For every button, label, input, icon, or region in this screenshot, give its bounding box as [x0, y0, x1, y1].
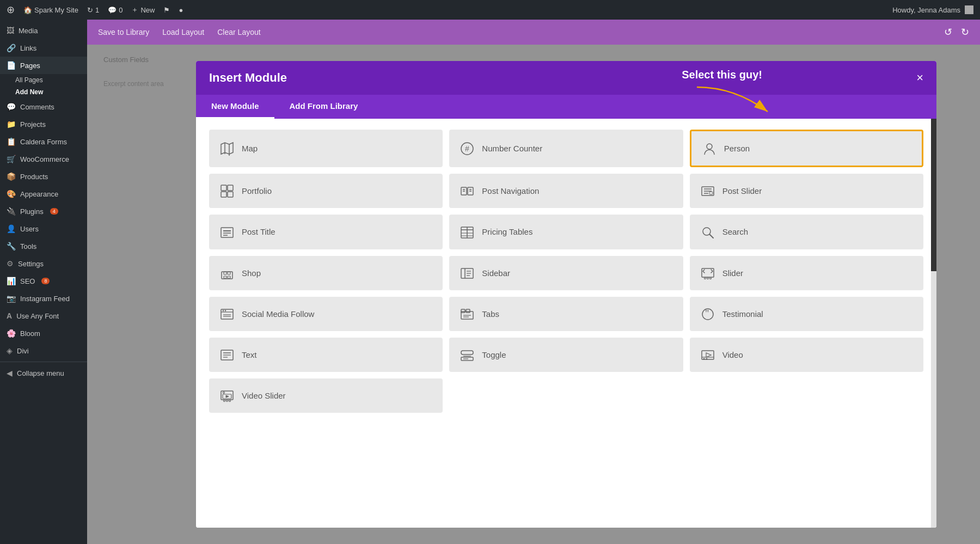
sidebar-item-users[interactable]: 👤 Users: [0, 220, 87, 237]
site-name-link[interactable]: 🏠 Spark My Site: [23, 6, 78, 14]
sidebar-item-caldera-forms[interactable]: 📋 Caldera Forms: [0, 133, 87, 150]
tabs-icon: [460, 307, 474, 321]
svg-point-70: [703, 358, 705, 360]
module-label: Sidebar: [482, 268, 510, 278]
sidebar-sub-all-pages[interactable]: All Pages: [0, 74, 87, 86]
modal-header: Insert Module ×: [196, 61, 936, 95]
text-icon: [220, 347, 234, 362]
module-item-text[interactable]: Text: [209, 338, 443, 372]
sidebar-item-label: Caldera Forms: [20, 138, 67, 146]
svg-rect-7: [228, 185, 233, 191]
cache-icon[interactable]: ●: [179, 6, 183, 14]
scrollbar-thumb[interactable]: [931, 119, 936, 271]
module-label: Testimonial: [722, 309, 763, 319]
load-layout-button[interactable]: Load Layout: [162, 28, 204, 36]
svg-rect-32: [222, 272, 232, 279]
module-label: Text: [242, 350, 257, 359]
sidebar-item-projects[interactable]: 📁 Projects: [0, 115, 87, 133]
module-label: Post Title: [242, 227, 275, 236]
sidebar-item-seo[interactable]: 📊 SEO 8: [0, 272, 87, 290]
module-item-testimonial[interactable]: " Testimonial: [690, 297, 923, 331]
sidebar-item-settings[interactable]: ⚙ Settings: [0, 255, 87, 272]
undo-icon[interactable]: ↺: [944, 26, 952, 38]
sidebar-item-links[interactable]: 🔗 Links: [0, 39, 87, 57]
testimonial-icon: ": [701, 307, 715, 321]
sidebar-item-use-any-font[interactable]: A Use Any Font: [0, 307, 87, 325]
sidebar-item-plugins[interactable]: 🔌 Plugins 4: [0, 203, 87, 220]
module-item-toggle[interactable]: Toggle: [449, 338, 683, 372]
svg-point-78: [229, 400, 231, 402]
module-label: Post Slider: [722, 186, 762, 195]
tools-icon: 🔧: [7, 242, 16, 250]
save-to-library-button[interactable]: Save to Library: [98, 28, 149, 36]
plugins-icon: 🔌: [7, 207, 16, 216]
slider-icon: [701, 266, 715, 280]
tab-new-module[interactable]: New Module: [196, 95, 274, 119]
builder-bar-right: ↺ ↻: [944, 26, 969, 38]
module-item-portfolio[interactable]: Portfolio: [209, 174, 443, 208]
sidebar-item-comments[interactable]: 💬 Comments: [0, 98, 87, 115]
sidebar-item-appearance[interactable]: 🎨 Appearance: [0, 185, 87, 203]
sidebar: 🖼 Media 🔗 Links 📄 Pages All Pages Add Ne…: [0, 20, 87, 544]
sidebar-item-media[interactable]: 🖼 Media: [0, 22, 87, 39]
new-content-button[interactable]: ＋ New: [131, 5, 155, 15]
sidebar-item-divi[interactable]: ◈ Divi: [0, 342, 87, 359]
module-item-slider[interactable]: Slider: [690, 256, 923, 290]
sidebar-divider: [0, 362, 87, 362]
sidebar-item-instagram[interactable]: 📷 Instagram Feed: [0, 290, 87, 307]
sidebar-item-label: Tools: [20, 242, 36, 250]
svg-rect-20: [709, 192, 713, 194]
sidebar-item-tools[interactable]: 🔧 Tools: [0, 237, 87, 255]
sidebar-item-label: WooCommerce: [20, 155, 69, 163]
module-item-post-navigation[interactable]: Post Navigation: [449, 174, 683, 208]
module-item-video-slider[interactable]: Video Slider: [209, 378, 443, 413]
revisions-link[interactable]: ↻ 1: [87, 6, 99, 14]
module-item-search[interactable]: Search: [690, 215, 923, 249]
comments-icon: 💬: [108, 6, 117, 14]
module-item-video[interactable]: Video: [690, 338, 923, 372]
plus-icon: ＋: [131, 5, 138, 15]
tab-add-from-library[interactable]: Add From Library: [274, 95, 373, 119]
module-item-tabs[interactable]: Tabs: [449, 297, 683, 331]
howdy-text: Howdy, Jenna Adams: [892, 6, 960, 14]
collapse-icon: ◀: [7, 369, 13, 377]
module-item-sidebar[interactable]: Sidebar: [449, 256, 683, 290]
font-icon: A: [7, 311, 12, 320]
sidebar-item-pages[interactable]: 📄 Pages: [0, 57, 87, 74]
sidebar-item-label: Collapse menu: [17, 369, 64, 377]
insert-module-modal: Select this guy! Insert Module ×: [196, 61, 936, 528]
module-item-post-slider[interactable]: Post Slider: [690, 174, 923, 208]
sidebar-item-woocommerce[interactable]: 🛒 WooCommerce: [0, 150, 87, 168]
sidebar-item-bloom[interactable]: 🌸 Bloom: [0, 325, 87, 342]
wordpress-logo-icon[interactable]: ⊕: [7, 4, 15, 16]
sidebar-item-products[interactable]: 📦 Products: [0, 168, 87, 185]
comments-link[interactable]: 💬 0: [108, 6, 122, 14]
search-icon: [701, 224, 715, 239]
media-icon: 🖼: [7, 26, 14, 35]
module-label: Person: [724, 144, 750, 153]
module-item-person[interactable]: Person: [690, 130, 923, 167]
clear-layout-button[interactable]: Clear Layout: [217, 28, 260, 36]
redo-icon[interactable]: ↻: [961, 26, 969, 38]
svg-text:": ": [705, 308, 709, 319]
sidebar-item-label: Links: [20, 44, 36, 52]
avatar[interactable]: [965, 5, 973, 14]
module-item-social-media-follow[interactable]: Social Media Follow: [209, 297, 443, 331]
module-item-number-counter[interactable]: # Number Counter: [449, 130, 683, 167]
comments-sidebar-icon: 💬: [7, 102, 16, 111]
shop-icon: [220, 266, 234, 280]
module-item-pricing-tables[interactable]: Pricing Tables: [449, 215, 683, 249]
modal-title: Insert Module: [209, 71, 287, 85]
sidebar-item-label: Use Any Font: [16, 312, 59, 320]
module-item-post-title[interactable]: Post Title: [209, 215, 443, 249]
module-grid: Map # Number Counter: [209, 130, 923, 413]
module-item-shop[interactable]: Shop: [209, 256, 443, 290]
video-icon: [701, 347, 715, 362]
yoast-icon[interactable]: ⚑: [163, 6, 170, 14]
svg-text:#: #: [465, 144, 469, 153]
sidebar-sub-add-new[interactable]: Add New: [0, 86, 87, 98]
seo-icon: 📊: [7, 277, 16, 285]
modal-close-button[interactable]: ×: [916, 72, 923, 84]
sidebar-item-collapse[interactable]: ◀ Collapse menu: [0, 364, 87, 382]
module-item-map[interactable]: Map: [209, 130, 443, 167]
